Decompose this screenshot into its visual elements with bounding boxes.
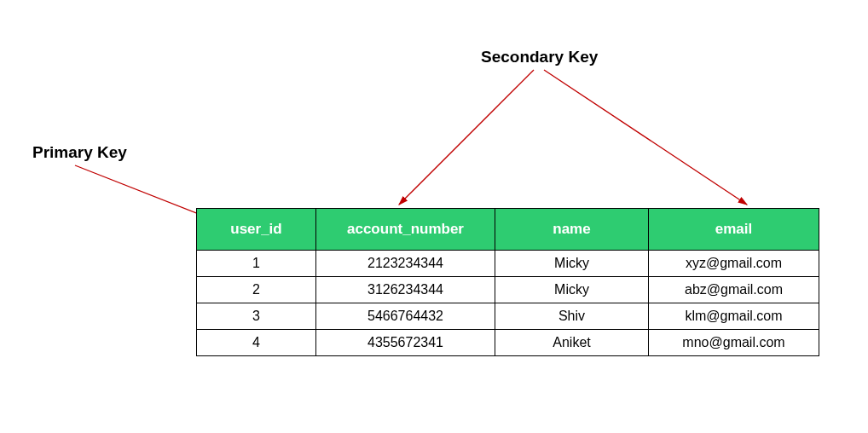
cell-name: Aniket (495, 330, 649, 356)
table-row: 3 5466764432 Shiv klm@gmail.com (197, 303, 819, 330)
cell-account-number: 3126234344 (316, 277, 495, 303)
cell-email: klm@gmail.com (649, 303, 819, 330)
table-row: 2 3126234344 Micky abz@gmail.com (197, 277, 819, 303)
cell-user-id: 3 (197, 303, 316, 330)
cell-user-id: 1 (197, 251, 316, 277)
table-header-row: user_id account_number name email (197, 209, 819, 251)
data-table-container: user_id account_number name email 1 2123… (196, 208, 819, 356)
data-table: user_id account_number name email 1 2123… (196, 208, 819, 356)
cell-account-number: 5466764432 (316, 303, 495, 330)
header-name: name (495, 209, 649, 251)
primary-key-label: Primary Key (32, 143, 127, 162)
table-row: 1 2123234344 Micky xyz@gmail.com (197, 251, 819, 277)
table-row: 4 4355672341 Aniket mno@gmail.com (197, 330, 819, 356)
cell-name: Micky (495, 251, 649, 277)
cell-name: Shiv (495, 303, 649, 330)
cell-user-id: 4 (197, 330, 316, 356)
arrow-secondary-to-email (544, 70, 747, 205)
cell-account-number: 4355672341 (316, 330, 495, 356)
header-user-id: user_id (197, 209, 316, 251)
header-email: email (649, 209, 819, 251)
cell-name: Micky (495, 277, 649, 303)
arrow-secondary-to-account (399, 70, 534, 205)
cell-email: abz@gmail.com (649, 277, 819, 303)
cell-account-number: 2123234344 (316, 251, 495, 277)
secondary-key-label: Secondary Key (481, 48, 598, 66)
header-account-number: account_number (316, 209, 495, 251)
cell-email: xyz@gmail.com (649, 251, 819, 277)
cell-email: mno@gmail.com (649, 330, 819, 356)
cell-user-id: 2 (197, 277, 316, 303)
